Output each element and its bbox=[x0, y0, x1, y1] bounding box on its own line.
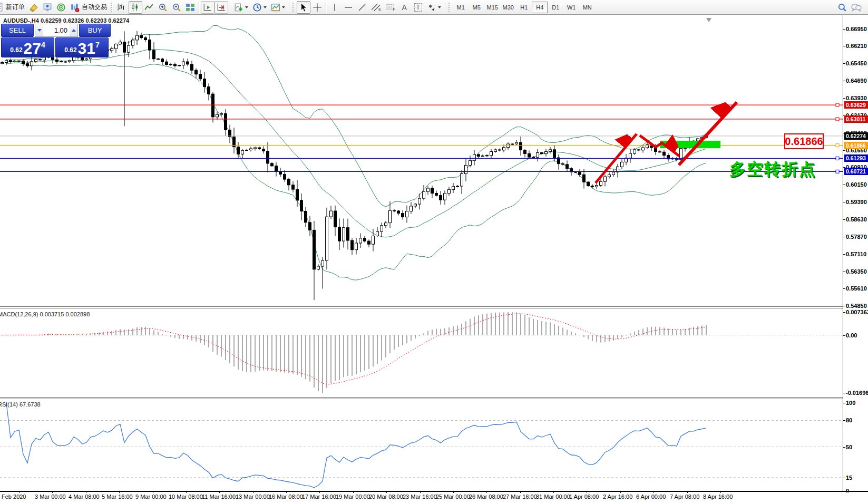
chart-shift-marker[interactable] bbox=[706, 18, 711, 22]
time-label: 1 Apr 08:00 bbox=[569, 494, 599, 500]
line-chart-button[interactable] bbox=[142, 1, 156, 14]
timeframe-button-m1[interactable]: M1 bbox=[453, 2, 469, 13]
trendline-button[interactable] bbox=[355, 1, 369, 14]
price-tag-0.63011: 0.63011 bbox=[844, 115, 868, 123]
line-chart-icon bbox=[144, 3, 154, 12]
price-tag-0.61866: 0.61866 bbox=[844, 142, 868, 149]
search-icon bbox=[837, 3, 847, 12]
rsi-tick bbox=[843, 403, 845, 403]
time-label: 23 Mar 16:00 bbox=[403, 494, 437, 500]
auto-trading-icon bbox=[70, 3, 80, 12]
hline-handle[interactable] bbox=[836, 103, 839, 107]
auto-scroll-button[interactable] bbox=[201, 1, 214, 14]
terminal-icon bbox=[43, 3, 52, 12]
fibonacci-button[interactable]: F bbox=[383, 1, 397, 14]
vertical-line-button[interactable] bbox=[328, 1, 342, 14]
signal-button[interactable] bbox=[54, 1, 68, 14]
macd-tick bbox=[843, 312, 845, 313]
new-order-button[interactable]: 新订单 bbox=[0, 1, 27, 14]
zoom-in-icon bbox=[158, 3, 168, 12]
time-tick bbox=[520, 491, 521, 493]
search-button[interactable] bbox=[835, 1, 849, 14]
buy-button[interactable]: BUY bbox=[79, 24, 111, 37]
time-axis[interactable]: Feb 20203 Mar 00:004 Mar 08:005 Mar 16:0… bbox=[0, 492, 868, 503]
timeframe-button-w1[interactable]: W1 bbox=[563, 2, 579, 13]
price-tick bbox=[843, 29, 845, 30]
chat-icon bbox=[851, 3, 862, 12]
timeframe-button-m5[interactable]: M5 bbox=[469, 2, 484, 13]
triangle-down-icon bbox=[37, 29, 42, 32]
timeframe-button-m30[interactable]: M30 bbox=[500, 2, 516, 13]
volume-control: 1.00 bbox=[35, 24, 78, 37]
price-tick bbox=[843, 81, 845, 81]
hline-handle[interactable] bbox=[836, 170, 839, 173]
time-label: 11 Mar 16:00 bbox=[202, 494, 236, 500]
time-label: 5 Mar 16:00 bbox=[102, 494, 133, 500]
hline-handle[interactable] bbox=[836, 157, 839, 160]
zoom-in-button[interactable] bbox=[156, 1, 170, 14]
time-label: Feb 2020 bbox=[2, 494, 26, 500]
chart-shift-button[interactable] bbox=[214, 1, 228, 14]
horizontal-line-button[interactable] bbox=[342, 1, 355, 14]
text-label-button[interactable]: T bbox=[411, 1, 425, 14]
hline-handle[interactable] bbox=[836, 118, 839, 121]
time-label: 17 Mar 16:00 bbox=[302, 494, 336, 500]
price-tick bbox=[843, 98, 845, 99]
price-tick-label: 0.54850 bbox=[846, 303, 867, 309]
bar-chart-button[interactable] bbox=[115, 1, 129, 14]
time-tick bbox=[86, 491, 86, 493]
indicators-button[interactable] bbox=[232, 1, 250, 14]
time-label: 16 Mar 08:00 bbox=[269, 494, 303, 500]
chart-window[interactable]: AUDUSD-,H4 0.62259 0.62326 0.62203 0.622… bbox=[0, 15, 868, 503]
triangle-up-icon bbox=[72, 29, 76, 32]
timeframe-button-mn[interactable]: MN bbox=[579, 2, 595, 13]
macd-signal-line bbox=[2, 314, 706, 384]
zoom-out-button[interactable] bbox=[170, 1, 183, 14]
tile-windows-button[interactable] bbox=[183, 1, 197, 14]
time-label: 31 Mar 00:00 bbox=[536, 494, 570, 500]
volume-increase-button[interactable] bbox=[70, 24, 77, 36]
equidistant-channel-button[interactable]: E bbox=[369, 1, 383, 14]
timeframe-button-h1[interactable]: H1 bbox=[516, 2, 532, 13]
label-icon: T bbox=[414, 3, 422, 12]
macd-pane[interactable] bbox=[0, 308, 843, 397]
price-tick bbox=[843, 237, 845, 237]
candlestick-chart-button[interactable] bbox=[129, 1, 142, 14]
time-label: 9 Mar 00:00 bbox=[135, 494, 167, 500]
price-annotation-box[interactable]: 0.61866 bbox=[784, 133, 824, 149]
price-tick-label: 0.57870 bbox=[846, 234, 867, 240]
turning-point-text[interactable]: 多空转折点 bbox=[729, 158, 816, 180]
rsi-pane[interactable] bbox=[0, 399, 843, 491]
rsi-tick bbox=[843, 478, 845, 478]
macd-tick bbox=[843, 393, 845, 393]
up-arrow-2[interactable] bbox=[679, 102, 737, 165]
timeframe-button-m15[interactable]: M15 bbox=[484, 2, 500, 13]
crosshair-button[interactable] bbox=[310, 1, 324, 14]
timeframe-button-d1[interactable]: D1 bbox=[548, 2, 563, 13]
time-label: 25 Mar 00:00 bbox=[436, 494, 470, 500]
time-label: 10 Mar 08:00 bbox=[169, 494, 203, 500]
auto-trading-button[interactable]: 自动交易 bbox=[68, 1, 109, 14]
sell-price-box[interactable]: 0.62 27 4 bbox=[1, 37, 54, 57]
buy-price-box[interactable]: 0.62 31 7 bbox=[55, 37, 109, 57]
cursor-button[interactable] bbox=[297, 1, 310, 14]
terminal-button[interactable] bbox=[41, 1, 54, 14]
sell-button[interactable]: SELL bbox=[1, 24, 34, 37]
timeframe-button-h4[interactable]: H4 bbox=[532, 2, 548, 13]
volume-decrease-button[interactable] bbox=[35, 24, 43, 36]
text-button[interactable]: A bbox=[397, 1, 411, 14]
rsi-axis-label: 15 bbox=[846, 475, 852, 481]
caret-icon bbox=[245, 6, 248, 8]
templates-button[interactable] bbox=[269, 1, 287, 14]
periods-button[interactable] bbox=[250, 1, 269, 14]
price-axis[interactable]: 0.669500.662100.654500.646900.639300.631… bbox=[843, 15, 868, 492]
hline-handle[interactable] bbox=[836, 144, 839, 147]
community-chat-button[interactable] bbox=[849, 1, 864, 14]
time-label: 19 Mar 00:00 bbox=[336, 494, 370, 500]
time-label: 2 Apr 16:00 bbox=[603, 494, 632, 500]
eraser-button[interactable] bbox=[27, 1, 41, 14]
rsi-tick bbox=[843, 420, 845, 421]
volume-input[interactable]: 1.00 bbox=[43, 26, 70, 34]
shapes-button[interactable] bbox=[425, 1, 443, 14]
main-price-pane[interactable] bbox=[0, 15, 843, 306]
